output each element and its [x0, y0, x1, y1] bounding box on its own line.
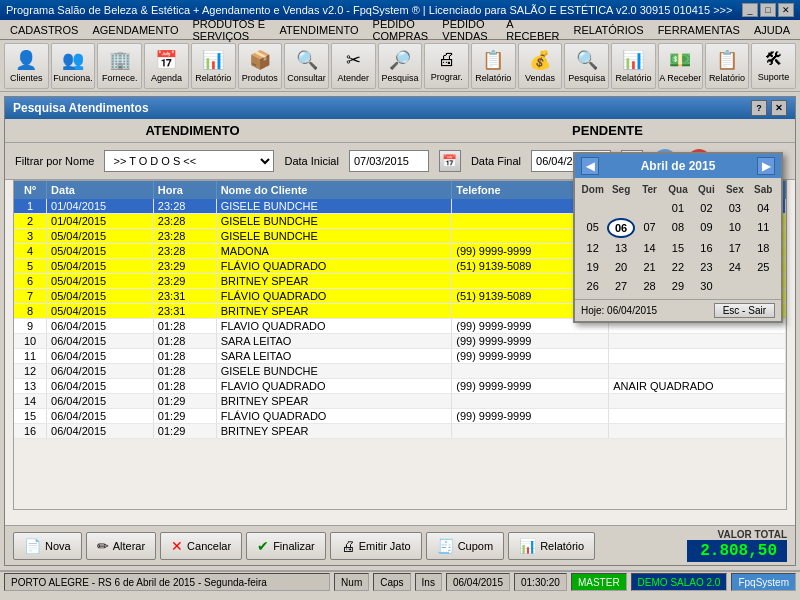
tool-fornecedores[interactable]: 🏢Fornece.	[97, 43, 142, 89]
table-row[interactable]: 10 06/04/2015 01:28 SARA LEITAO (99) 999…	[14, 334, 786, 349]
cal-day[interactable]: 23	[693, 258, 720, 276]
cal-day[interactable]: 29	[664, 277, 691, 295]
tool-relatorio1[interactable]: 📊Relatório	[191, 43, 236, 89]
cal-day[interactable]: 11	[750, 218, 777, 238]
tool-pesquisa1[interactable]: 🔎Pesquisa	[378, 43, 423, 89]
cal-prev-btn[interactable]: ◀	[581, 157, 599, 175]
tool-funcionarios[interactable]: 👥Funciona.	[51, 43, 96, 89]
funcionarios-icon: 👥	[62, 49, 84, 71]
tool-relatorio2[interactable]: 📋Relatório	[471, 43, 516, 89]
tool-consultar[interactable]: 🔍Consultar	[284, 43, 329, 89]
action-bar: 📄 Nova ✏ Alterar ✕ Cancelar ✔ Finalizar …	[5, 525, 795, 565]
tool-atender[interactable]: ✂Atender	[331, 43, 376, 89]
close-btn[interactable]: ✕	[778, 3, 794, 17]
finalizar-button[interactable]: ✔ Finalizar	[246, 532, 326, 560]
menu-a-receber[interactable]: A RECEBER	[500, 17, 565, 43]
table-row[interactable]: 16 06/04/2015 01:29 BRITNEY SPEAR	[14, 424, 786, 439]
menu-ajuda[interactable]: AJUDA	[748, 23, 796, 37]
status-master: MASTER	[571, 573, 627, 591]
relatorio-button[interactable]: 📊 Relatório	[508, 532, 595, 560]
filter-nome-select[interactable]: >> T O D O S <<	[104, 150, 274, 172]
cal-day[interactable]: 19	[579, 258, 606, 276]
menu-pedido-vendas[interactable]: PEDIDO VENDAS	[436, 17, 498, 43]
tool-vendas[interactable]: 💰Vendas	[518, 43, 563, 89]
cal-day[interactable]: 06	[607, 218, 634, 238]
menu-agendamento[interactable]: AGENDAMENTO	[86, 23, 184, 37]
status-fpq: FpqSystem	[731, 573, 796, 591]
tool-relatorio3[interactable]: 📊Relatório	[611, 43, 656, 89]
cupom-button[interactable]: 🧾 Cupom	[426, 532, 504, 560]
cal-day[interactable]: 07	[636, 218, 663, 238]
menu-ferramentas[interactable]: FERRAMENTAS	[652, 23, 746, 37]
section-pendente: PENDENTE	[430, 123, 785, 138]
table-row[interactable]: 11 06/04/2015 01:28 SARA LEITAO (99) 999…	[14, 349, 786, 364]
tool-produtos[interactable]: 📦Produtos	[238, 43, 283, 89]
cal-day[interactable]: 17	[721, 239, 748, 257]
menu-relatorios[interactable]: RELATÓRIOS	[568, 23, 650, 37]
alterar-button[interactable]: ✏ Alterar	[86, 532, 156, 560]
cal-day[interactable]: 30	[693, 277, 720, 295]
cal-day[interactable]: 25	[750, 258, 777, 276]
table-row[interactable]: 14 06/04/2015 01:29 BRITNEY SPEAR	[14, 394, 786, 409]
tool-suporte[interactable]: 🛠Suporte	[751, 43, 796, 89]
table-row[interactable]: 12 06/04/2015 01:28 GISELE BUNDCHE	[14, 364, 786, 379]
clientes-icon: 👤	[15, 49, 37, 71]
cal-day[interactable]: 26	[579, 277, 606, 295]
finalizar-icon: ✔	[257, 538, 269, 554]
tool-pesquisa2[interactable]: 🔍Pesquisa	[564, 43, 609, 89]
status-demo: DEMO SALAO 2.0	[631, 573, 728, 591]
cal-day[interactable]: 02	[693, 199, 720, 217]
cal-day[interactable]: 14	[636, 239, 663, 257]
cal-next-btn[interactable]: ▶	[757, 157, 775, 175]
cal-day[interactable]: 12	[579, 239, 606, 257]
tool-clientes[interactable]: 👤Clientes	[4, 43, 49, 89]
calendar-popup: ◀ Abril de 2015 ▶ DomSegTerQuaQuiSexSab …	[573, 152, 783, 323]
cal-day[interactable]: 16	[693, 239, 720, 257]
table-row[interactable]: 13 06/04/2015 01:28 FLAVIO QUADRADO (99)…	[14, 379, 786, 394]
cal-weekday: Qua	[664, 182, 691, 197]
help-icon-btn[interactable]: ?	[751, 100, 767, 116]
maximize-btn[interactable]: □	[760, 3, 776, 17]
cal-day[interactable]: 27	[607, 277, 634, 295]
date-inicial-input[interactable]	[349, 150, 429, 172]
cal-day[interactable]: 18	[750, 239, 777, 257]
date-inicial-picker-btn[interactable]: 📅	[439, 150, 461, 172]
cal-day[interactable]: 21	[636, 258, 663, 276]
cal-day	[636, 199, 663, 217]
cal-day[interactable]: 05	[579, 218, 606, 238]
relatorio-action-icon: 📊	[519, 538, 536, 554]
menu-atendimento[interactable]: ATENDIMENTO	[274, 23, 365, 37]
cal-day[interactable]: 28	[636, 277, 663, 295]
cal-day[interactable]: 03	[721, 199, 748, 217]
cal-day[interactable]: 24	[721, 258, 748, 276]
cancelar-button[interactable]: ✕ Cancelar	[160, 532, 242, 560]
tool-a-receber[interactable]: 💵A Receber	[658, 43, 703, 89]
cal-day[interactable]: 13	[607, 239, 634, 257]
cal-day[interactable]: 22	[664, 258, 691, 276]
cal-day[interactable]: 08	[664, 218, 691, 238]
relatorio1-icon: 📊	[202, 49, 224, 71]
table-row[interactable]: 15 06/04/2015 01:29 FLÁVIO QUADRADO (99)…	[14, 409, 786, 424]
menu-produtos[interactable]: PRODUTOS E SERVIÇOS	[186, 17, 271, 43]
tool-programar[interactable]: 🖨Prograr.	[424, 43, 469, 89]
nova-button[interactable]: 📄 Nova	[13, 532, 82, 560]
cal-day[interactable]: 15	[664, 239, 691, 257]
menu-cadastros[interactable]: CADASTROS	[4, 23, 84, 37]
atender-icon: ✂	[346, 49, 361, 71]
menu-pedido-compras[interactable]: PEDIDO COMPRAS	[367, 17, 435, 43]
cal-day	[579, 199, 606, 217]
tool-agenda[interactable]: 📅Agenda	[144, 43, 189, 89]
cal-day[interactable]: 20	[607, 258, 634, 276]
emitir-jato-button[interactable]: 🖨 Emitir Jato	[330, 532, 422, 560]
cal-esc-sair-btn[interactable]: Esc - Sair	[714, 303, 775, 318]
cal-day[interactable]: 09	[693, 218, 720, 238]
cal-day[interactable]: 10	[721, 218, 748, 238]
nova-icon: 📄	[24, 538, 41, 554]
close-panel-btn[interactable]: ✕	[771, 100, 787, 116]
minimize-btn[interactable]: _	[742, 3, 758, 17]
section-headers: ATENDIMENTO PENDENTE	[5, 119, 795, 143]
cal-weekday: Qui	[693, 182, 720, 197]
cal-day[interactable]: 04	[750, 199, 777, 217]
cal-day[interactable]: 01	[664, 199, 691, 217]
tool-relatorio4[interactable]: 📋Relatório	[705, 43, 750, 89]
